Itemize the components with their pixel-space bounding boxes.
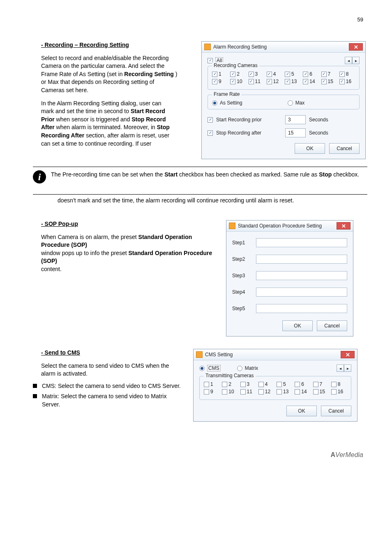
step4-label: Step4 — [232, 289, 250, 295]
step1-input[interactable] — [256, 238, 347, 247]
close-icon[interactable]: ✕ — [349, 43, 363, 51]
sop-text-l1: When Camera is on alarm, the preset — [41, 234, 137, 240]
cam-3[interactable] — [249, 72, 254, 77]
close-icon[interactable]: ✕ — [341, 351, 355, 358]
ok-button[interactable]: OK — [295, 143, 325, 154]
section-sop-title: - SOP Pop-up — [41, 220, 218, 228]
sop-dialog-title: Standard Operation Procedure Setting — [238, 223, 322, 229]
dialog-icon — [229, 223, 235, 229]
radio-cms-label: CMS — [207, 365, 221, 371]
radio-cms[interactable] — [199, 366, 205, 371]
cam-12[interactable] — [267, 79, 272, 84]
step4-input[interactable] — [256, 288, 347, 297]
stop-seconds-input[interactable]: 15 — [285, 128, 306, 137]
cam-7[interactable] — [321, 72, 327, 77]
cms-intro-text: Select the camera to send video to CMS w… — [41, 362, 185, 378]
cms-nav-left-icon[interactable]: ◂ — [337, 364, 344, 372]
cam-14[interactable] — [303, 79, 308, 84]
step5-label: Step5 — [232, 306, 250, 311]
cms-cam-10[interactable] — [222, 389, 227, 395]
brand-a: A — [331, 451, 336, 458]
cms-cam-1[interactable] — [204, 382, 209, 387]
start-recording-checkbox[interactable] — [208, 117, 213, 123]
sop-ok-button[interactable]: OK — [282, 320, 313, 331]
cms-ok-button[interactable]: OK — [286, 406, 317, 416]
step1-label: Step1 — [232, 240, 250, 246]
cancel-button[interactable]: Cancel — [329, 143, 360, 154]
start-seconds-input[interactable]: 3 — [285, 115, 306, 124]
cms-cam-3[interactable] — [240, 382, 246, 387]
recording-text-stop: Stop Record — [131, 116, 166, 123]
cms-dialog: CMS Setting ✕ CMS Matrix ◂ — [193, 349, 357, 422]
step2-input[interactable] — [256, 255, 347, 264]
sop-text-l3: content. — [41, 266, 62, 272]
cms-cam-14[interactable] — [295, 389, 300, 395]
dialog-icon — [204, 44, 211, 50]
tip-text-2: checkbox has been checked as marked. Sam… — [179, 171, 317, 178]
step5-input[interactable] — [256, 304, 347, 313]
cms-cam-12[interactable] — [258, 389, 264, 395]
cms-bullet-cms: CMS: Select the camera to send video to … — [42, 382, 181, 390]
radio-max[interactable] — [288, 100, 293, 106]
cms-cam-9[interactable] — [204, 389, 209, 395]
cam-2[interactable] — [230, 72, 235, 77]
sop-cancel-button[interactable]: Cancel — [317, 320, 347, 331]
radio-as-setting[interactable] — [212, 100, 217, 106]
alarm-dialog-title: Alarm Recording Setting — [213, 44, 267, 50]
recording-text-line1d: or Max that depends on Recording setting… — [41, 79, 154, 85]
cms-bullet-matrix: Matrix: Select the camera to send video … — [42, 392, 185, 408]
recording-text-bold: Recording Setting — [124, 71, 174, 77]
tip-text-start: Start — [164, 171, 178, 178]
recording-text-stop2: Stop — [157, 124, 170, 130]
cms-cam-8[interactable] — [331, 382, 337, 387]
cms-cancel-button[interactable]: Cancel — [321, 406, 351, 416]
recording-text-prior: Prior — [41, 116, 55, 123]
bullet-icon — [33, 394, 37, 398]
recording-text-line1: Select to record and enable/disable the … — [41, 55, 169, 61]
page-number: 59 — [357, 16, 363, 23]
cms-cam-11[interactable] — [240, 389, 246, 395]
radio-matrix-label: Matrix — [245, 365, 258, 371]
radio-as-setting-label: As Setting — [220, 100, 242, 106]
cms-cam-5[interactable] — [277, 382, 282, 387]
cam-6[interactable] — [303, 72, 308, 77]
radio-matrix[interactable] — [237, 366, 242, 371]
step3-label: Step3 — [232, 273, 250, 278]
cam-13[interactable] — [285, 79, 290, 84]
stop-recording-checkbox[interactable] — [208, 130, 213, 136]
cam-5[interactable] — [285, 72, 290, 77]
cam-11[interactable] — [249, 79, 254, 84]
cms-cam-6[interactable] — [295, 382, 300, 387]
cam-1[interactable] — [212, 72, 217, 77]
cam-8[interactable] — [339, 72, 345, 77]
cms-cam-4[interactable] — [258, 382, 264, 387]
info-icon: i — [33, 170, 46, 183]
cam-10[interactable] — [230, 79, 235, 84]
recording-text-recafter: Recording After — [41, 132, 84, 139]
cms-cam-7[interactable] — [313, 382, 318, 387]
step3-input[interactable] — [256, 271, 347, 280]
recording-text-line2c: when sensor is triggered and — [56, 116, 130, 123]
step2-label: Step2 — [232, 256, 250, 262]
cms-cam-2[interactable] — [222, 382, 227, 387]
recording-text-paren: ) — [175, 71, 178, 77]
cms-cam-13[interactable] — [277, 389, 282, 395]
section-recording-title: - Recording – Recording Setting — [41, 41, 193, 49]
cms-cam-15[interactable] — [313, 389, 318, 395]
recording-text-line1c: Frame Rate of As Setting (set in — [41, 71, 122, 77]
nav-left-icon[interactable]: ◂ — [345, 57, 352, 64]
cam-16[interactable] — [339, 79, 345, 84]
recording-text-line1e: Cameras set here. — [41, 87, 88, 93]
tip-text-3: checkbox. — [333, 171, 359, 178]
nav-right-icon[interactable]: ▸ — [352, 57, 360, 64]
cam-9[interactable] — [212, 79, 217, 84]
recording-text-line1b: Camera on the particular camera. And sel… — [41, 63, 164, 69]
close-icon[interactable]: ✕ — [337, 222, 350, 230]
cms-nav-right-icon[interactable]: ▸ — [344, 364, 351, 372]
cms-cam-16[interactable] — [331, 389, 337, 395]
cam-15[interactable] — [321, 79, 327, 84]
recording-text-line2a: In the Alarm Recording Setting dialog, u… — [41, 100, 161, 107]
cam-4[interactable] — [267, 72, 272, 77]
sop-dialog: Standard Operation Procedure Setting ✕ S… — [226, 220, 353, 337]
brand-footer: AVerMedia — [331, 451, 363, 459]
